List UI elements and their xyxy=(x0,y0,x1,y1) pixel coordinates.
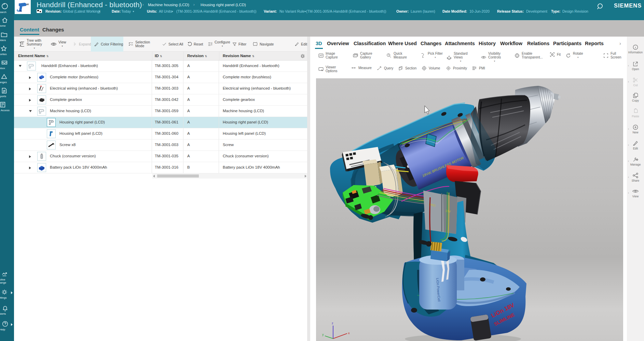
svg-text:x: x xyxy=(348,331,350,335)
svg-text:y: y xyxy=(322,333,324,336)
svg-text:z: z xyxy=(332,322,333,325)
